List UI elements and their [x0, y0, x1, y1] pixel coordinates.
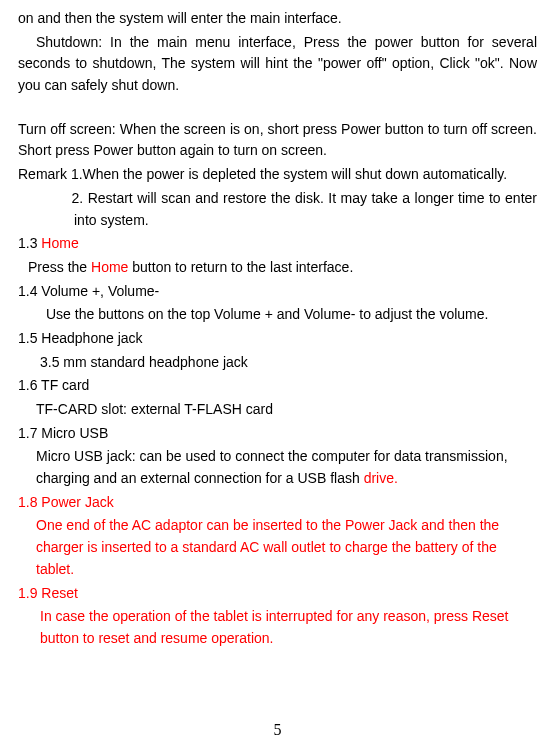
page-number: 5 [0, 718, 555, 743]
section-1-4-body: Use the buttons on the top Volume + and … [18, 304, 537, 326]
remark-2: Remark 2. Restart will scan and restore … [18, 188, 537, 231]
section-1-4-title: 1.4 Volume +, Volume- [18, 281, 537, 303]
section-1-5-title: 1.5 Headphone jack [18, 328, 537, 350]
paragraph: Turn off screen: When the screen is on, … [18, 119, 537, 162]
paragraph: Shutdown: In the main menu interface, Pr… [18, 32, 537, 97]
text: Micro USB jack: can be used to connect t… [36, 448, 508, 486]
section-1-5-body: 3.5 mm standard headphone jack [18, 352, 537, 374]
text: Press the [28, 259, 91, 275]
section-1-8-body: One end of the AC adaptor can be inserte… [18, 515, 537, 580]
section-1-8-title: 1.8 Power Jack [18, 492, 537, 514]
home-text: Home [41, 235, 78, 251]
section-1-3-title: 1.3 Home [18, 233, 537, 255]
paragraph: on and then the system will enter the ma… [18, 8, 537, 30]
blank-line [18, 99, 537, 119]
drive-text: drive. [364, 470, 398, 486]
section-1-3-body: Press the Home button to return to the l… [18, 257, 537, 279]
section-1-9-body: In case the operation of the tablet is i… [18, 606, 537, 649]
remark-1: Remark 1.When the power is depleted the … [18, 164, 537, 186]
section-1-7-title: 1.7 Micro USB [18, 423, 537, 445]
section-number: 1.3 [18, 235, 41, 251]
document-body: on and then the system will enter the ma… [18, 8, 537, 650]
text: button to return to the last interface. [128, 259, 353, 275]
section-1-6-body: TF-CARD slot: external T-FLASH card [18, 399, 537, 421]
section-1-6-title: 1.6 TF card [18, 375, 537, 397]
section-1-9-title: 1.9 Reset [18, 583, 537, 605]
home-text: Home [91, 259, 128, 275]
remark-2-text: 2. Restart will scan and restore the dis… [71, 190, 537, 228]
section-1-7-body: Micro USB jack: can be used to connect t… [18, 446, 537, 489]
